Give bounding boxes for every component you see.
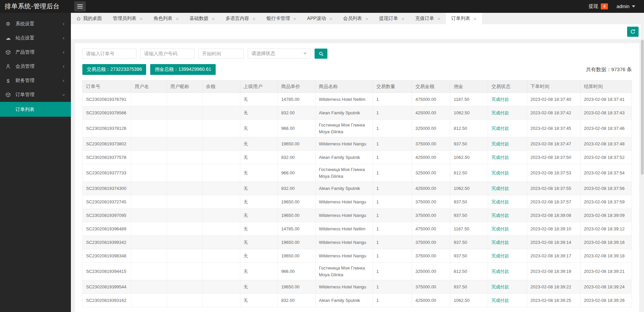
table-cell: 937.50 [450, 209, 488, 222]
table-cell: 2023-02-08 18:39:18 [580, 249, 632, 263]
table-cell [167, 222, 202, 236]
sidebar: ⚙系统设置☁站点设置产品管理会员管理$财务管理订单管理 订单列表 [0, 13, 71, 312]
table-cell: 2023-02-08 18:37:53 [527, 164, 580, 182]
table-cell: 375000.00 [412, 195, 450, 209]
tab-close-icon[interactable]: × [401, 16, 404, 21]
table-cell: 2023-02-08 18:37:42 [527, 106, 580, 120]
table-cell: 1 [373, 120, 412, 137]
table-cell [131, 182, 167, 195]
table-cell: 2023-02-08 18:37:40 [527, 93, 580, 106]
table-cell: SC23020819377578 [83, 151, 131, 164]
table-cell: 1 [373, 151, 412, 164]
table-cell: 425000.00 [412, 182, 450, 195]
tab-close-icon[interactable]: × [176, 16, 179, 21]
sidebar-item-5[interactable]: $财务管理 [0, 74, 71, 88]
chevron-down-icon [632, 5, 635, 7]
table-cell [131, 93, 167, 106]
status-cell: 完成付款 [488, 195, 527, 209]
tab-7[interactable]: APP滚动× [302, 13, 338, 24]
dollar-icon: $ [5, 78, 11, 84]
sidebar-toggle-button[interactable] [74, 1, 86, 11]
table-cell: 937.50 [450, 137, 488, 151]
search-button[interactable] [315, 49, 327, 59]
table-cell [131, 151, 167, 164]
vertical-scrollbar[interactable] [641, 13, 644, 312]
sidebar-item-3[interactable]: 产品管理 [0, 45, 71, 59]
table-cell: 375000.00 [412, 236, 450, 249]
tab-label: 银行卡管理 [266, 16, 290, 22]
tab-3[interactable]: 角色列表× [148, 13, 184, 24]
status-cell: 完成付款 [488, 236, 527, 249]
table-cell: 375000.00 [412, 280, 450, 294]
sidebar-item-4[interactable]: 会员管理 [0, 59, 71, 74]
table-cell [167, 280, 202, 294]
tab-close-icon[interactable]: × [329, 16, 332, 21]
table-cell: 375000.00 [412, 209, 450, 222]
trade-total-button[interactable]: 交易总额：273223375396 [82, 64, 146, 75]
sidebar-item-1[interactable]: ⚙系统设置 [0, 17, 71, 31]
tab-close-icon[interactable]: × [366, 16, 369, 21]
table-row: SC23020819378126无966.00Гостиница Моя Гли… [83, 120, 632, 137]
tab-close-icon[interactable]: × [212, 16, 215, 21]
chevron-left-icon [62, 36, 65, 40]
table-cell [203, 93, 240, 106]
tab-2[interactable]: 管理员列表× [107, 13, 148, 24]
table-row: SC23020819399544无19650.00Wilderness Hote… [83, 280, 632, 294]
table-cell: 无 [240, 151, 278, 164]
table-cell: 2023-02-08 18:39:24 [580, 280, 632, 294]
refresh-button[interactable] [627, 27, 639, 37]
user-menu[interactable]: admin [617, 4, 635, 9]
start-time-input[interactable] [198, 49, 244, 59]
table-cell: 无 [240, 120, 278, 137]
tab-label: 会员列表 [343, 16, 362, 22]
sidebar-item-2[interactable]: ☁站点设置 [0, 31, 71, 45]
withdraw-count-badge: 4 [601, 3, 608, 9]
table-cell: 937.50 [450, 195, 488, 209]
tab-close-icon[interactable]: × [293, 16, 296, 21]
sidebar-subitem-order-list[interactable]: 订单列表 [0, 102, 71, 117]
user-number-input[interactable] [140, 49, 194, 59]
tab-5[interactable]: 多语言内容× [220, 13, 261, 24]
tab-close-icon[interactable]: × [474, 16, 477, 21]
column-header: 用户昵称 [167, 81, 202, 93]
table-cell: SC23020819393162 [83, 294, 131, 307]
tab-4[interactable]: 基础数据× [184, 13, 220, 24]
withdraw-menu-item[interactable]: 提现 4 [589, 3, 608, 9]
table-cell: 2023-02-08 18:37:43 [580, 106, 632, 120]
tab-close-icon[interactable]: × [140, 16, 143, 21]
table-cell [203, 294, 240, 307]
tab-1[interactable]: 我的桌面 [71, 13, 107, 24]
status-select[interactable]: 请选择状态 [248, 49, 311, 59]
tab-label: 多语言内容 [225, 16, 249, 22]
table-cell [167, 236, 202, 249]
commission-total-button[interactable]: 佣金总额：1399429960.61 [150, 64, 215, 75]
scrollbar-thumb[interactable] [641, 40, 644, 175]
table-cell: 1 [373, 236, 412, 249]
sidebar-item-label: 产品管理 [16, 49, 34, 55]
table-row: SC23020819377578无832.00Alean Family Sput… [83, 151, 632, 164]
table-cell: 2023-02-08 18:39:08 [527, 209, 580, 222]
table-cell [203, 120, 240, 137]
refresh-icon [630, 29, 636, 34]
table-cell: 无 [240, 249, 278, 263]
table-cell: SC23020819398348 [83, 249, 131, 263]
tab-11[interactable]: 订单列表× [446, 13, 482, 24]
table-cell: 2023-02-08 18:37:45 [527, 120, 580, 137]
table-cell: 937.50 [450, 249, 488, 263]
table-cell: 832.00 [278, 182, 316, 195]
table-cell [203, 151, 240, 164]
table-row: SC23020819372745无19650.00Wilderness Hote… [83, 195, 632, 209]
tab-10[interactable]: 充值订单× [410, 13, 446, 24]
table-cell: 1 [373, 195, 412, 209]
status-cell: 完成付款 [488, 182, 527, 195]
tab-close-icon[interactable]: × [437, 16, 440, 21]
table-cell: 1062.50 [450, 182, 488, 195]
table-cell: 2023-02-08 18:39:16 [580, 236, 632, 249]
order-number-input[interactable] [82, 49, 136, 59]
tab-close-icon[interactable]: × [252, 16, 256, 21]
tab-8[interactable]: 会员列表× [338, 13, 374, 24]
sidebar-item-6[interactable]: 订单管理 [0, 88, 71, 102]
tab-9[interactable]: 提现订单× [374, 13, 410, 24]
table-cell: Wilderness Hotel Nangu [315, 249, 373, 263]
tab-6[interactable]: 银行卡管理× [261, 13, 302, 24]
